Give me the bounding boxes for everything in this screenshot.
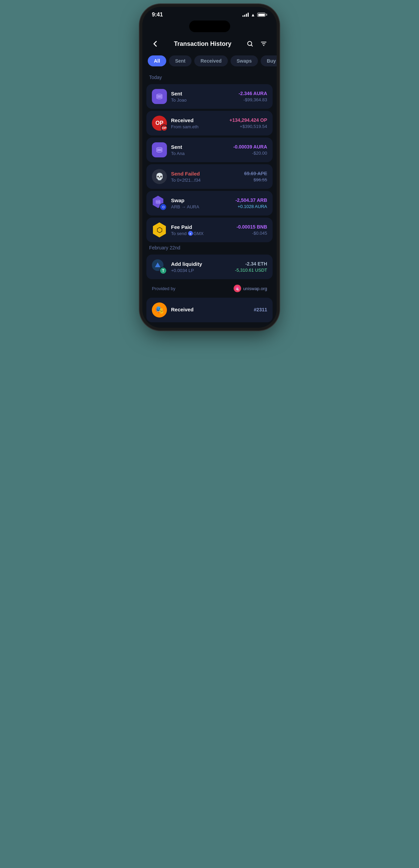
tx-received-sam[interactable]: OP OP Received From sam.eth +134,294.424… <box>146 111 273 135</box>
tx-info-failed: Send Failed To 0×2f21...f34 <box>171 171 240 183</box>
header-actions <box>244 38 270 50</box>
aura-icon-2 <box>152 142 167 157</box>
search-button[interactable] <box>244 38 256 50</box>
tx-info-fee: Fee Paid To send ▲ GMX <box>171 224 233 236</box>
tx-amounts-nft: #2311 <box>254 307 267 313</box>
back-button[interactable] <box>149 38 161 50</box>
tx-primary-amount: +134,294.424 OP <box>230 117 267 123</box>
signal-icon <box>243 13 249 17</box>
phone-frame: 9:41 ▲ Transaction History <box>142 7 277 328</box>
tx-info-nft: Received <box>171 307 250 313</box>
battery-icon <box>257 13 267 17</box>
tx-info-sent-joao: Sent To Joao <box>171 91 234 103</box>
tx-amounts-sent-joao: -2.346 AURA -$99,364.83 <box>238 91 267 102</box>
tx-info-swap: Swap ARB → AURA <box>171 197 231 209</box>
svg-text:🦄: 🦄 <box>235 287 239 291</box>
today-transactions: Sent To Joao -2.346 AURA -$99,364.83 OP … <box>142 84 277 242</box>
section-feb22: February 22nd <box>142 242 277 255</box>
tx-secondary-amount: $96.55 <box>244 177 267 182</box>
tx-send-failed[interactable]: 💀 Send Failed To 0×2f21...f34 69.69 APE … <box>146 164 273 189</box>
tx-title: Received <box>171 117 225 123</box>
tx-secondary-amount: +0.1028 AURA <box>235 204 267 209</box>
tab-sent[interactable]: Sent <box>169 55 192 66</box>
gmx-coin-icon: ▲ <box>188 231 193 236</box>
tx-primary-amount: -2.34 ETH <box>235 261 267 267</box>
tx-sent-ana[interactable]: Sent To Ana -0.00039 AURA -$20.00 <box>146 138 273 162</box>
tab-swaps[interactable]: Swaps <box>231 55 258 66</box>
tx-amounts-swap: -2,504.37 ARB +0.1028 AURA <box>235 197 267 209</box>
status-icons: ▲ <box>243 12 267 17</box>
tx-info-liquidity: Add liquidity +0.0034 LP <box>171 261 231 273</box>
wifi-icon: ▲ <box>251 12 255 17</box>
tx-info-received-sam: Received From sam.eth <box>171 117 225 129</box>
tx-primary-amount: -0.00015 BNB <box>237 224 267 230</box>
tx-subtitle: +0.0034 LP <box>171 268 231 273</box>
tx-amounts-failed: 69.69 APE $96.55 <box>244 171 267 182</box>
tx-title: Sent <box>171 91 234 96</box>
tx-subtitle: To Ana <box>171 151 229 156</box>
service-name: uniswap.org <box>243 286 267 291</box>
header: Transaction History <box>142 34 277 55</box>
tx-secondary-amount: +$390,519.54 <box>230 124 267 129</box>
tx-subtitle: ARB → AURA <box>171 204 231 209</box>
filter-tabs: All Sent Received Swaps Buy Se... <box>142 55 277 72</box>
svg-point-6 <box>157 150 162 152</box>
section-today: Today <box>142 72 277 84</box>
feb22-transactions: T Add liquidity +0.0034 LP -2.34 ETH -5,… <box>142 255 277 279</box>
tx-primary-amount: 69.69 APE <box>244 171 267 176</box>
status-bar: 9:41 ▲ <box>142 7 277 21</box>
tx-secondary-amount: -5,310.61 USDT <box>235 268 267 273</box>
tx-primary-amount: #2311 <box>254 307 267 312</box>
tx-title: Sent <box>171 144 229 150</box>
tx-secondary-amount: -$20.00 <box>233 151 267 156</box>
tx-swap-arb-aura[interactable]: ⬡ Swap ARB → AURA -2,504.37 ARB +0.1028 … <box>146 191 273 216</box>
tx-amounts-liquidity: -2.34 ETH -5,310.61 USDT <box>235 261 267 273</box>
uniswap-icon: 🦄 <box>234 285 241 292</box>
tx-secondary-amount: -$99,364.83 <box>238 97 267 102</box>
tx-secondary-amount: -$0.045 <box>237 231 267 236</box>
svg-point-9 <box>156 202 160 204</box>
tx-title: Send Failed <box>171 171 240 177</box>
op-icon: OP OP <box>152 116 167 131</box>
tx-title: Swap <box>171 197 231 203</box>
tx-primary-amount: -0.00039 AURA <box>233 144 267 150</box>
tx-fee-paid[interactable]: ⬡ Fee Paid To send ▲ GMX -0.00015 BNB -$… <box>146 218 273 242</box>
tx-add-liquidity[interactable]: T Add liquidity +0.0034 LP -2.34 ETH -5,… <box>146 255 273 279</box>
tx-title: Add liquidity <box>171 261 231 267</box>
dynamic-island <box>189 21 230 32</box>
tx-primary-amount: -2.346 AURA <box>238 91 267 96</box>
tx-amounts-sent-ana: -0.00039 AURA -$20.00 <box>233 144 267 156</box>
tx-subtitle: To 0×2f21...f34 <box>171 178 240 183</box>
tx-title: Received <box>171 307 250 312</box>
swap-icon: ⬡ <box>152 196 167 211</box>
page-title: Transaction History <box>161 40 244 48</box>
filter-button[interactable] <box>258 38 270 50</box>
tab-all[interactable]: All <box>148 55 166 66</box>
provided-by-service[interactable]: 🦄 uniswap.org <box>234 285 267 292</box>
nft-icon: 🎭 <box>152 302 167 318</box>
bnb-icon: ⬡ <box>152 222 167 237</box>
failed-icon: 💀 <box>152 169 167 184</box>
tx-title: Fee Paid <box>171 224 233 230</box>
tx-subtitle: To Joao <box>171 98 234 103</box>
tx-info-sent-ana: Sent To Ana <box>171 144 229 156</box>
provided-by-row: Provided by 🦄 uniswap.org <box>146 281 273 296</box>
tab-received[interactable]: Received <box>194 55 227 66</box>
tx-subtitle: To send ▲ GMX <box>171 231 233 236</box>
tab-buy[interactable]: Buy <box>261 55 277 66</box>
svg-point-3 <box>157 97 162 99</box>
tx-amounts-received-sam: +134,294.424 OP +$390,519.54 <box>230 117 267 129</box>
tx-subtitle: From sam.eth <box>171 124 225 129</box>
svg-marker-10 <box>155 262 160 267</box>
tx-received-nft[interactable]: 🎭 Received #2311 <box>146 298 273 322</box>
status-time: 9:41 <box>152 12 163 18</box>
aura-icon-1 <box>152 89 167 104</box>
tx-sent-joao[interactable]: Sent To Joao -2.346 AURA -$99,364.83 <box>146 84 273 109</box>
provided-by-label: Provided by <box>152 286 175 291</box>
tx-primary-amount: -2,504.37 ARB <box>235 197 267 203</box>
tx-amounts-fee: -0.00015 BNB -$0.045 <box>237 224 267 236</box>
liquidity-icon: T <box>152 259 167 274</box>
